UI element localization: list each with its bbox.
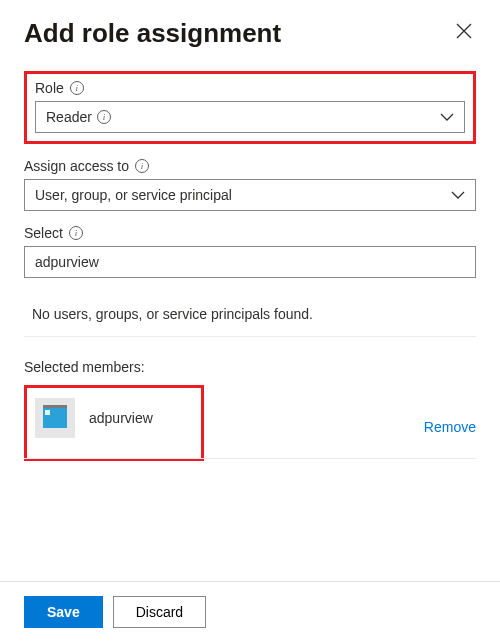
avatar: [35, 398, 75, 438]
chevron-down-icon: [440, 112, 454, 122]
remove-button[interactable]: Remove: [424, 419, 476, 435]
select-label-row: Select: [24, 225, 476, 241]
select-group: Select: [24, 225, 476, 278]
panel-body: Role Reader Assign access to User, group…: [0, 57, 500, 461]
member-highlight: adpurview: [24, 385, 204, 461]
select-input[interactable]: [24, 246, 476, 278]
list-item: adpurview: [35, 398, 193, 438]
footer: Save Discard: [0, 581, 500, 642]
role-select[interactable]: Reader: [35, 101, 465, 133]
role-value: Reader: [46, 109, 92, 125]
member-row-wrap: adpurview: [24, 385, 476, 461]
assign-access-value: User, group, or service principal: [35, 187, 232, 203]
info-icon[interactable]: [135, 159, 149, 173]
chevron-down-icon: [451, 190, 465, 200]
empty-results: No users, groups, or service principals …: [24, 302, 476, 337]
assign-access-label: Assign access to: [24, 158, 129, 174]
discard-button[interactable]: Discard: [113, 596, 206, 628]
member-name: adpurview: [89, 410, 153, 426]
role-label-row: Role: [35, 80, 465, 96]
app-icon: [43, 408, 67, 428]
info-icon[interactable]: [97, 110, 111, 124]
panel-header: Add role assignment: [0, 0, 500, 57]
select-label: Select: [24, 225, 63, 241]
panel-title: Add role assignment: [24, 18, 281, 49]
assign-access-label-row: Assign access to: [24, 158, 476, 174]
role-label: Role: [35, 80, 64, 96]
selected-members-label: Selected members:: [24, 359, 476, 375]
assign-access-group: Assign access to User, group, or service…: [24, 158, 476, 211]
role-highlight: Role Reader: [24, 71, 476, 144]
role-value-wrap: Reader: [46, 109, 111, 125]
save-button[interactable]: Save: [24, 596, 103, 628]
close-icon[interactable]: [452, 18, 476, 46]
info-icon[interactable]: [70, 81, 84, 95]
divider: [24, 458, 476, 459]
assign-access-select[interactable]: User, group, or service principal: [24, 179, 476, 211]
info-icon[interactable]: [69, 226, 83, 240]
